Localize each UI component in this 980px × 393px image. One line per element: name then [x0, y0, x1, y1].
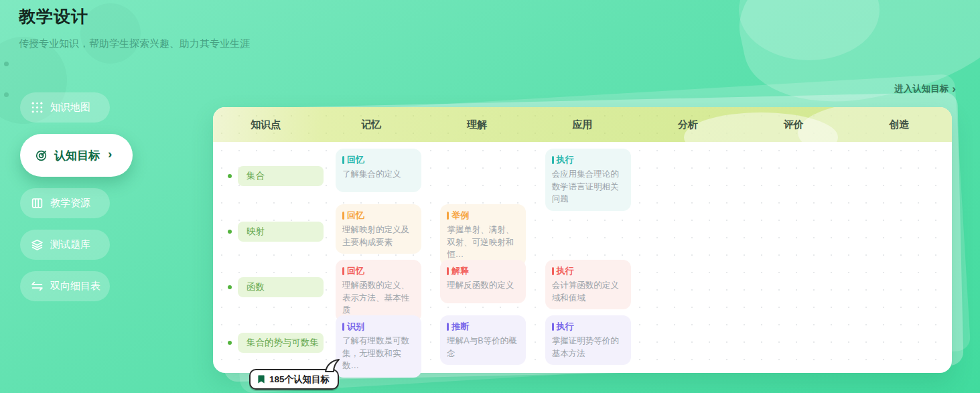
knowledge-point-pill[interactable]: 集合的势与可数集: [238, 333, 324, 353]
cell-col-5: [742, 309, 847, 378]
table-row: 集合 回忆 了解集合的定义 执行 会应用集合理论的数学语言证明相关问题: [213, 142, 952, 198]
objective-tag: 识别: [342, 321, 415, 333]
knowledge-point-pill[interactable]: 函数: [238, 277, 324, 297]
swap-arrows-icon: [31, 280, 44, 293]
chevron-right-icon: ›: [108, 147, 112, 161]
sidebar-item-two-way-table[interactable]: 双向细目表: [20, 271, 110, 301]
objective-card[interactable]: 回忆 了解集合的定义: [336, 149, 421, 192]
bullet-dot: [228, 285, 232, 289]
sidebar: 知识地图 认知目标 › 教学资源 测试题库 双向细目表: [20, 92, 161, 313]
page-title: 教学设计: [19, 5, 88, 27]
sidebar-item-label: 认知目标: [54, 148, 100, 163]
bookshelf-icon: [31, 197, 44, 210]
cell-col-2: 推断 理解A与B等价的概念: [428, 309, 533, 378]
objective-text: 理解反函数的定义: [447, 279, 519, 292]
objective-text: 掌握证明势等价的基本方法: [552, 335, 624, 360]
bullet-dot: [228, 230, 232, 234]
tag-bar: [342, 212, 344, 220]
decorative-dot: [4, 92, 9, 97]
objective-text: 理解映射的定义及主要构成要素: [342, 224, 415, 248]
bookmark-icon: [257, 374, 265, 384]
column-header-2: 理解: [424, 119, 530, 131]
objective-text: 了解集合的定义: [342, 168, 415, 181]
goal-count-label: 185个认知目标: [269, 374, 330, 386]
tag-bar: [342, 156, 344, 164]
target-icon: [35, 149, 48, 162]
table-header: 知识点记忆理解应用分析评价创造: [213, 107, 952, 142]
objective-card[interactable]: 解释 理解反函数的定义: [440, 260, 526, 303]
objective-tag: 回忆: [342, 154, 415, 166]
sidebar-item-teaching-resources[interactable]: 教学资源: [20, 188, 110, 218]
objective-tag: 推断: [447, 321, 519, 333]
objective-tag: 回忆: [342, 265, 415, 277]
sidebar-item-label: 知识地图: [50, 101, 90, 114]
cognitive-goals-table: 知识点记忆理解应用分析评价创造 集合 回忆 了解集合的定义 执行 会应用集合理论…: [213, 107, 952, 373]
column-header-3: 应用: [530, 119, 636, 131]
column-header-6: 创造: [846, 119, 952, 131]
knowledge-point-pill[interactable]: 映射: [238, 222, 324, 242]
layers-icon: [31, 238, 44, 251]
objective-tag: 解释: [447, 265, 519, 277]
objective-tag: 回忆: [342, 210, 415, 222]
objective-tag: 举例: [447, 210, 519, 222]
objective-tag: 执行: [552, 321, 624, 333]
bullet-dot: [228, 174, 232, 178]
badge-tail-curl: [324, 359, 340, 374]
column-header-1: 记忆: [319, 119, 425, 131]
objective-tag: 执行: [552, 154, 624, 166]
table-body: 集合 回忆 了解集合的定义 执行 会应用集合理论的数学语言证明相关问题 映射 回…: [213, 142, 952, 364]
tag-bar: [342, 323, 344, 331]
knowledge-point-pill[interactable]: 集合: [238, 166, 324, 186]
objective-card[interactable]: 识别 了解有理数是可数集，无理数和实数…: [336, 315, 421, 378]
map-grid-icon: [31, 101, 44, 114]
objective-card[interactable]: 回忆 理解映射的定义及主要构成要素: [336, 204, 421, 254]
cell-col-6: [847, 309, 952, 378]
column-header-0: 知识点: [213, 119, 319, 131]
tag-bar: [447, 323, 449, 331]
objective-text: 了解有理数是可数集，无理数和实数…: [342, 335, 415, 372]
table-row: 函数 回忆 理解函数的定义、表示方法、基本性质 解释 理解反函数的定义 执行 会…: [213, 253, 952, 309]
cell-col-4: [638, 309, 742, 378]
sidebar-item-label: 双向细目表: [50, 280, 100, 293]
cell-col-3: 执行 掌握证明势等价的基本方法: [533, 309, 638, 378]
page-subtitle: 传授专业知识，帮助学生探索兴趣、助力其专业生涯: [19, 37, 250, 50]
tag-bar: [552, 267, 554, 275]
decorative-dot: [4, 62, 9, 66]
sidebar-item-test-bank[interactable]: 测试题库: [20, 230, 110, 260]
decorative-circle: [80, 3, 141, 64]
objective-card[interactable]: 执行 掌握证明势等价的基本方法: [545, 315, 631, 365]
goal-count-badge[interactable]: 185个认知目标: [249, 369, 339, 390]
column-header-5: 评价: [741, 119, 847, 131]
tag-bar: [447, 267, 449, 275]
sidebar-item-label: 教学资源: [50, 197, 90, 210]
objective-card[interactable]: 执行 会计算函数的定义域和值域: [545, 260, 631, 309]
sidebar-item-cognitive-goals[interactable]: 认知目标 ›: [20, 134, 133, 177]
sidebar-item-knowledge-map[interactable]: 知识地图: [20, 92, 110, 123]
objective-card[interactable]: 推断 理解A与B等价的概念: [440, 315, 526, 365]
table-row: 映射 回忆 理解映射的定义及主要构成要素 举例 掌握单射、满射、双射、可逆映射和…: [213, 198, 952, 253]
tag-bar: [552, 323, 554, 331]
teaching-design-page: 教学设计 传授专业知识，帮助学生探索兴趣、助力其专业生涯 进入认知目标 › 知识…: [0, 0, 980, 393]
tag-bar: [342, 267, 344, 275]
column-header-4: 分析: [635, 119, 741, 131]
sidebar-item-label: 测试题库: [50, 238, 90, 251]
objective-text: 会计算函数的定义域和值域: [552, 279, 624, 304]
table-row: 集合的势与可数集 识别 了解有理数是可数集，无理数和实数… 推断 理解A与B等价…: [213, 309, 952, 364]
knowledge-point-cell: 集合的势与可数集: [213, 309, 324, 378]
tag-bar: [447, 212, 449, 220]
objective-text: 理解A与B等价的概念: [447, 335, 519, 360]
tag-bar: [552, 156, 554, 164]
bullet-dot: [228, 341, 232, 345]
objective-tag: 执行: [552, 265, 624, 277]
